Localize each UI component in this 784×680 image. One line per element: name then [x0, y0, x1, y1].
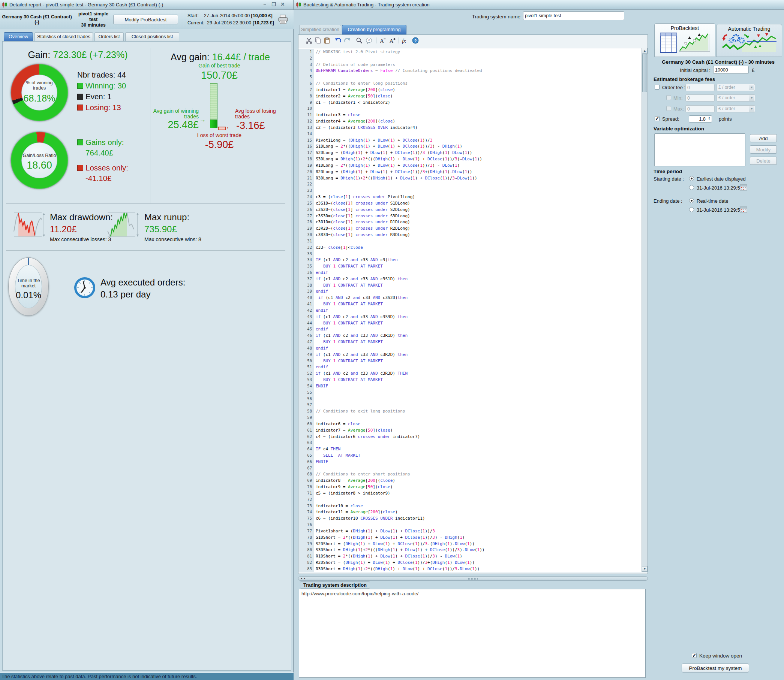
increase-font-icon[interactable]: A: [389, 37, 396, 44]
code-line[interactable]: 32c33= close[1]<close: [298, 244, 642, 250]
cut-icon[interactable]: [306, 37, 312, 44]
order-fee-input[interactable]: [685, 84, 715, 91]
starting-date-radio[interactable]: [689, 185, 694, 190]
code-line[interactable]: 43if (c1 AND c2 and c33 AND c3S3D) then: [298, 313, 642, 320]
code-line[interactable]: 68// Conditions to enter short positions: [298, 471, 642, 477]
code-line[interactable]: 1// WORKING test 2.0 Pivot strategy: [298, 48, 642, 55]
function-icon[interactable]: fx: [402, 37, 408, 44]
code-line[interactable]: 2: [298, 55, 642, 61]
code-line[interactable]: 6// Conditions to enter long positions: [298, 80, 642, 86]
code-line[interactable]: 18S3DLong = DHigh(1)+2*(((DHigh(1) + DLo…: [298, 156, 642, 162]
help-icon[interactable]: ?: [412, 37, 419, 44]
code-line[interactable]: 54ENDIF: [298, 382, 642, 389]
code-line[interactable]: 35 BUY 1 CONTRACT AT MARKET: [298, 263, 642, 269]
code-line[interactable]: 45endif: [298, 326, 642, 332]
code-line[interactable]: 7indicator1 = Average[200](close): [298, 86, 642, 93]
code-line[interactable]: 19R1DLong = 2*((DHigh(1) + DLow(1) + DCl…: [298, 162, 642, 168]
code-line[interactable]: 75c6 = (indicator10 CROSSES UNDER indica…: [298, 515, 642, 521]
code-line[interactable]: 41 BUY 1 CONTRACT AT MARKET: [298, 301, 642, 307]
code-line[interactable]: 14: [298, 131, 642, 137]
code-line[interactable]: 82R2DShort = (DHigh(1) + DLow(1) + DClos…: [298, 559, 642, 565]
keep-window-open-checkbox[interactable]: [692, 653, 697, 658]
code-line[interactable]: 78S1DShort = 2*((DHigh(1) + DLow(1) + DC…: [298, 534, 642, 540]
code-line[interactable]: 69indicator8 = Average[200](close): [298, 477, 642, 483]
code-line[interactable]: 47 BUY 1 CONTRACT AT MARKET: [298, 338, 642, 345]
code-line[interactable]: 17S2DLong = (DHigh(1) + DLow(1) + DClose…: [298, 149, 642, 156]
redo-icon[interactable]: [344, 37, 350, 44]
code-line[interactable]: 59: [298, 414, 642, 420]
tab-simplified-creation[interactable]: Simplified creation: [299, 25, 341, 35]
code-line[interactable]: 24c3 = (close[1] crosses under Pivot1Lon…: [298, 193, 642, 200]
probacktest-my-system-button[interactable]: ProBacktest my system: [681, 664, 749, 672]
code-line[interactable]: 58// Conditions to exit long positions: [298, 408, 642, 414]
min-fee-checkbox[interactable]: [666, 95, 671, 100]
code-line[interactable]: 26c3S2D=(close[1] crosses under S2DLong): [298, 206, 642, 212]
code-line[interactable]: 11indicator3 = close: [298, 111, 642, 118]
code-line[interactable]: 62c4 = (indicator6 crosses under indicat…: [298, 433, 642, 439]
code-line[interactable]: 13c2 = (indicator3 CROSSES OVER indicato…: [298, 124, 642, 131]
modify-probacktest-button[interactable]: Modify ProBacktest: [113, 15, 178, 24]
scroll-up-icon[interactable]: ▲: [642, 48, 648, 54]
code-line[interactable]: 70indicator9 = Average[50](close): [298, 483, 642, 490]
code-line[interactable]: 4DEFPARAM CumulateOrders = False // Cumu…: [298, 67, 642, 74]
optimization-listbox[interactable]: [654, 133, 745, 166]
code-line[interactable]: 53 BUY 1 CONTRACT AT MARKET: [298, 376, 642, 382]
order-fee-unit-select[interactable]: £ / order▼: [716, 84, 755, 91]
code-line[interactable]: 67: [298, 464, 642, 471]
tab-statistics[interactable]: Statistics of closed trades: [35, 32, 93, 41]
code-line[interactable]: 20R2DLong = (DHigh(1) + DLow(1) + DClose…: [298, 168, 642, 175]
code-line[interactable]: 64IF c4 THEN: [298, 445, 642, 452]
code-line[interactable]: 60indicator6 = close: [298, 420, 642, 427]
code-line[interactable]: 22: [298, 181, 642, 187]
report-titlebar[interactable]: Detailed report - pivot1 simple test - G…: [0, 0, 293, 10]
code-line[interactable]: 33: [298, 250, 642, 257]
code-line[interactable]: 28c3R1D=(close[1] crosses under R1DLong): [298, 219, 642, 225]
delete-button[interactable]: Delete: [750, 157, 777, 165]
code-line[interactable]: 30c3R3D=(close[1] crosses under R3DLong): [298, 231, 642, 238]
max-fee-unit-select[interactable]: £ / order▼: [716, 105, 755, 112]
code-line[interactable]: 46if (c1 AND c2 and c33 AND c3R1D) then: [298, 332, 642, 338]
code-line[interactable]: 3// Definition of code parameters: [298, 61, 642, 68]
code-line[interactable]: 52if (c1 AND c2 and c33 AND c3R3D) THEN: [298, 370, 642, 376]
max-fee-input[interactable]: [685, 105, 715, 112]
code-line[interactable]: 39endif: [298, 288, 642, 294]
ending-date-radio[interactable]: [689, 207, 694, 212]
tab-creation-by-programming[interactable]: Creation by programming: [342, 25, 407, 35]
code-line[interactable]: 56: [298, 395, 642, 401]
code-line[interactable]: 66ENDIF: [298, 458, 642, 464]
code-line[interactable]: 65 SELL AT MARKET: [298, 452, 642, 458]
tab-automatic-trading[interactable]: Automatic Trading: [716, 24, 782, 57]
code-line[interactable]: 73indicator10 = close: [298, 502, 642, 509]
tab-overview[interactable]: Overview: [4, 32, 33, 41]
code-line[interactable]: 40 if (c1 AND c2 and c33 AND c3S2D)then: [298, 294, 642, 301]
code-line[interactable]: 25c3S1D=(close[1] crosses under S1DLong): [298, 200, 642, 206]
code-line[interactable]: 63: [298, 439, 642, 445]
code-line[interactable]: 57: [298, 401, 642, 408]
code-line[interactable]: 36endif: [298, 269, 642, 275]
code-line[interactable]: 9c1 = (indicator1 < indicator2): [298, 99, 642, 105]
code-line[interactable]: 16S1DLong = 2*((DHigh(1) + DLow(1) + DCl…: [298, 143, 642, 149]
spread-checkbox[interactable]: [655, 116, 659, 121]
search-icon[interactable]: [356, 37, 363, 44]
code-line[interactable]: 29c3R2D=(close[1] crosses under R2DLong): [298, 225, 642, 231]
scroll-down-icon[interactable]: ▼: [642, 566, 648, 572]
code-line[interactable]: 48endif: [298, 345, 642, 351]
paste-icon[interactable]: [323, 37, 330, 44]
max-fee-checkbox[interactable]: [666, 106, 671, 111]
tab-closed-positions[interactable]: Closed positions list: [125, 32, 179, 41]
code-line[interactable]: 8indicator2 = Average[50](close): [298, 93, 642, 99]
scrollbar-thumb[interactable]: [642, 54, 647, 92]
code-line[interactable]: 10: [298, 105, 642, 111]
min-fee-unit-select[interactable]: £ / order▼: [716, 94, 755, 102]
spinner-up-down-icon[interactable]: ▲▼: [707, 116, 711, 120]
builder-titlebar[interactable]: Backtesting & Automatic Trading - Tradin…: [293, 0, 784, 10]
code-line[interactable]: 31: [298, 238, 642, 244]
code-line[interactable]: 44 BUY 1 CONTRACT AT MARKET: [298, 320, 642, 326]
code-line[interactable]: 15Pivot1Long = (DHigh(1) + DLow(1) + DCl…: [298, 137, 642, 143]
decrease-font-icon[interactable]: A: [379, 37, 386, 44]
close-icon[interactable]: ✕: [279, 1, 286, 8]
initial-capital-input[interactable]: [713, 66, 749, 74]
code-line[interactable]: 50 BUY 1 CONTRACT AT MARKET: [298, 357, 642, 364]
order-fee-checkbox[interactable]: [655, 85, 659, 90]
code-editor[interactable]: 1// WORKING test 2.0 Pivot strategy23// …: [298, 48, 642, 572]
